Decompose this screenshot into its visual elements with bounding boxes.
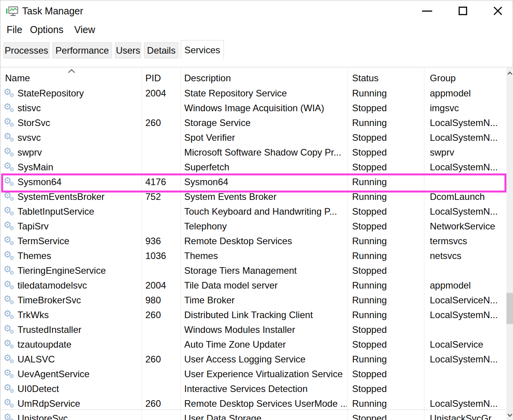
title-bar: Task Manager: [0, 0, 513, 22]
service-gear-icon: ⚙⚙: [3, 352, 17, 367]
minimize-button[interactable]: [417, 2, 437, 20]
column-header-status[interactable]: Status: [352, 67, 379, 86]
service-pid: [145, 322, 179, 337]
service-group: [430, 263, 505, 278]
service-group: LocalSystemN...: [430, 308, 505, 322]
service-status: Stopped: [352, 160, 423, 175]
close-button[interactable]: [488, 2, 508, 20]
service-gear-icon: ⚙⚙: [3, 263, 17, 278]
service-description: User Data Storage: [184, 411, 347, 420]
menu-bar: File Options View: [0, 22, 513, 39]
service-status: Stopped: [352, 263, 423, 278]
tab-performance[interactable]: Performance: [52, 42, 112, 58]
column-header-name[interactable]: Name: [5, 67, 30, 86]
service-gear-icon: ⚙⚙: [3, 130, 17, 145]
scroll-up-icon: [507, 72, 513, 75]
service-description: Time Broker: [184, 293, 347, 308]
table-row[interactable]: ⚙⚙ TermService 936 Remote Desktop Servic…: [0, 234, 506, 248]
tab-services[interactable]: Services: [181, 40, 224, 59]
table-row[interactable]: ⚙⚙ swprv Microsoft Software Shadow Copy …: [0, 145, 506, 160]
service-group: LocalSystemN...: [430, 396, 505, 411]
scrollbar-thumb[interactable]: [506, 293, 513, 324]
service-name: UevAgentService: [17, 369, 89, 379]
menu-file[interactable]: File: [7, 24, 22, 35]
vertical-scrollbar[interactable]: [506, 67, 513, 420]
tab-processes[interactable]: Processes: [3, 42, 49, 58]
service-description: Sysmon64: [184, 175, 347, 189]
tab-details[interactable]: Details: [144, 42, 178, 58]
service-status: Running: [352, 86, 423, 101]
menu-view[interactable]: View: [74, 24, 95, 35]
table-row[interactable]: ⚙⚙ UevAgentService User Experience Virtu…: [0, 367, 506, 382]
service-name: tiledatamodelsvc: [17, 280, 87, 290]
service-gear-icon: ⚙⚙: [3, 160, 17, 175]
service-group: swprv: [430, 145, 505, 160]
service-group: LocalServiceN...: [430, 293, 505, 308]
service-group: imgsvc: [430, 101, 505, 116]
table-row[interactable]: ⚙⚙ UmRdpService 260 Remote Desktop Servi…: [0, 396, 506, 411]
service-name: TimeBrokerSvc: [17, 295, 81, 305]
table-row[interactable]: ⚙⚙ TimeBrokerSvc 980 Time Broker Running…: [0, 293, 506, 308]
service-pid: 260: [145, 308, 179, 322]
maximize-button[interactable]: [453, 2, 473, 20]
service-name: TermService: [17, 236, 69, 246]
table-row[interactable]: ⚙⚙ UnistoreSvc User Data Storage Stopped…: [0, 411, 506, 420]
service-description: State Repository Service: [184, 86, 347, 101]
table-row[interactable]: ⚙⚙ svsvc Spot Verifier Stopped LocalSyst…: [0, 130, 506, 145]
service-pid: [145, 219, 179, 234]
service-name: TapiSrv: [17, 221, 49, 231]
table-row[interactable]: ⚙⚙ UALSVC 260 User Access Logging Servic…: [0, 352, 506, 367]
service-name: SysMain: [17, 162, 53, 172]
service-gear-icon: ⚙⚙: [3, 116, 17, 130]
table-row[interactable]: ⚙⚙ StorSvc 260 Storage Service Running L…: [0, 116, 506, 130]
table-row[interactable]: ⚙⚙ TieringEngineService Storage Tiers Ma…: [0, 263, 506, 278]
service-description: Distributed Link Tracking Client: [184, 308, 347, 322]
service-group: netsvcs: [430, 248, 505, 263]
table-row[interactable]: ⚙⚙ stisvc Windows Image Acquisition (WIA…: [0, 101, 506, 116]
service-description: Superfetch: [184, 160, 347, 175]
scroll-down-button[interactable]: [506, 410, 513, 420]
service-status: Stopped: [352, 411, 423, 420]
service-gear-icon: ⚙⚙: [3, 204, 17, 219]
service-status: Running: [352, 189, 423, 204]
table-row[interactable]: ⚙⚙ TapiSrv Telephony Stopped NetworkServ…: [0, 219, 506, 234]
service-status: Stopped: [352, 367, 423, 382]
service-pid: [145, 382, 179, 396]
scroll-up-button[interactable]: [506, 68, 513, 78]
service-group: NetworkService: [430, 219, 505, 234]
service-status: Running: [352, 234, 423, 248]
service-group: LocalSystemN...: [430, 160, 505, 175]
service-gear-icon: ⚙⚙: [3, 322, 17, 337]
service-status: Running: [352, 116, 423, 130]
service-status: Running: [352, 308, 423, 322]
service-gear-icon: ⚙⚙: [3, 86, 17, 101]
column-header-description[interactable]: Description: [184, 67, 231, 86]
table-row[interactable]: ⚙⚙ TabletInputService Touch Keyboard and…: [0, 204, 506, 219]
service-name: tzautoupdate: [17, 339, 72, 350]
table-row[interactable]: ⚙⚙ Sysmon64 4176 Sysmon64 Running: [0, 175, 506, 189]
service-group: [430, 367, 505, 382]
service-group: [430, 382, 505, 396]
service-pid: 2004: [145, 278, 179, 293]
service-pid: [145, 337, 179, 352]
table-row[interactable]: ⚙⚙ StateRepository 2004 State Repository…: [0, 86, 506, 101]
service-status: Stopped: [352, 101, 423, 116]
table-row[interactable]: ⚙⚙ UI0Detect Interactive Services Detect…: [0, 382, 506, 396]
service-status: Stopped: [352, 204, 423, 219]
column-header-pid[interactable]: PID: [145, 67, 161, 86]
table-row[interactable]: ⚙⚙ TrkWks 260 Distributed Link Tracking …: [0, 308, 506, 322]
menu-options[interactable]: Options: [30, 24, 63, 35]
service-description: Themes: [184, 248, 347, 263]
minimize-icon: [422, 10, 432, 12]
service-pid: 752: [145, 189, 179, 204]
service-group: appmodel: [430, 278, 505, 293]
table-row[interactable]: ⚙⚙ SystemEventsBroker 752 System Events …: [0, 189, 506, 204]
table-row[interactable]: ⚙⚙ tiledatamodelsvc 2004 Tile Data model…: [0, 278, 506, 293]
table-row[interactable]: ⚙⚙ tzautoupdate Auto Time Zone Updater S…: [0, 337, 506, 352]
table-row[interactable]: ⚙⚙ Themes 1036 Themes Running netsvcs: [0, 248, 506, 263]
table-row[interactable]: ⚙⚙ SysMain Superfetch Stopped LocalSyste…: [0, 160, 506, 175]
table-row[interactable]: ⚙⚙ TrustedInstaller Windows Modules Inst…: [0, 322, 506, 337]
tab-users[interactable]: Users: [115, 42, 141, 58]
service-group: [430, 322, 505, 337]
column-header-group[interactable]: Group: [430, 67, 456, 86]
